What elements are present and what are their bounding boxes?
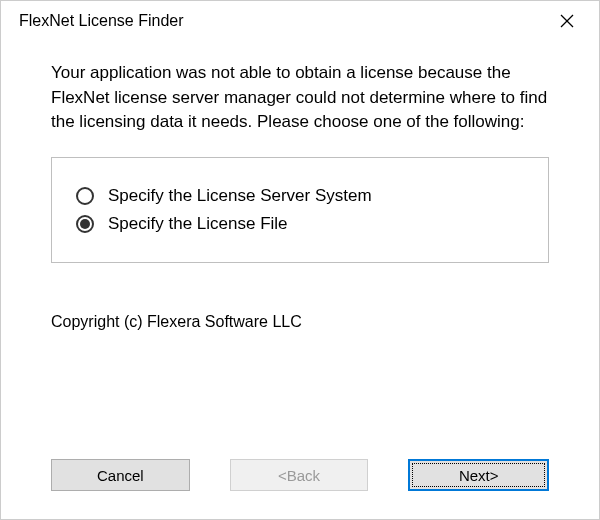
radio-selected-dot — [80, 219, 90, 229]
radio-label-server: Specify the License Server System — [108, 186, 372, 206]
dialog-window: FlexNet License Finder Your application … — [0, 0, 600, 520]
titlebar: FlexNet License Finder — [1, 1, 599, 41]
content-area: Your application was not able to obtain … — [1, 41, 599, 459]
cancel-button[interactable]: Cancel — [51, 459, 190, 491]
copyright-text: Copyright (c) Flexera Software LLC — [51, 313, 549, 331]
radio-icon — [76, 187, 94, 205]
back-button: <Back — [230, 459, 369, 491]
radio-option-file[interactable]: Specify the License File — [76, 214, 524, 234]
radio-icon — [76, 215, 94, 233]
button-row: Cancel <Back Next> — [1, 459, 599, 519]
options-group: Specify the License Server System Specif… — [51, 157, 549, 263]
instruction-text: Your application was not able to obtain … — [51, 61, 549, 135]
window-title: FlexNet License Finder — [19, 12, 184, 30]
close-button[interactable] — [549, 3, 585, 39]
radio-option-server[interactable]: Specify the License Server System — [76, 186, 524, 206]
close-icon — [560, 14, 574, 28]
next-button[interactable]: Next> — [408, 459, 549, 491]
radio-label-file: Specify the License File — [108, 214, 288, 234]
